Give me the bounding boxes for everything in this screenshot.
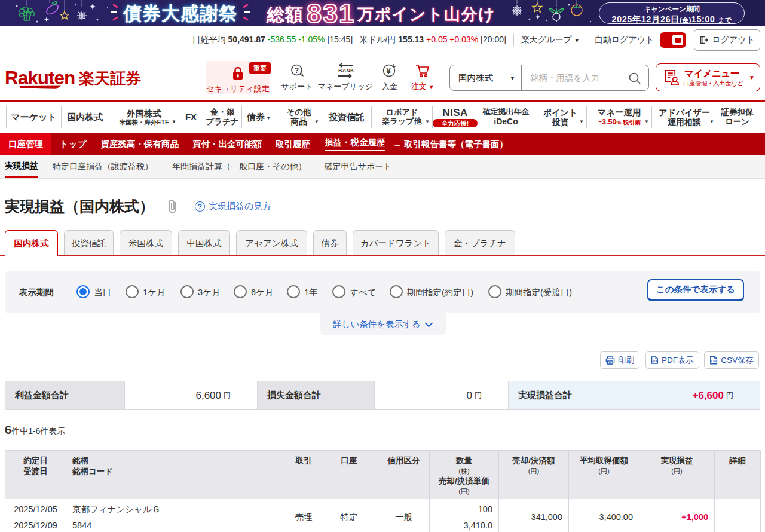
svg-text:?: ?	[294, 66, 299, 75]
svg-text:Rakuten: Rakuten	[5, 67, 75, 88]
svg-text:CSV: CSV	[711, 360, 717, 363]
svg-text:¥: ¥	[387, 66, 391, 75]
svg-text:PDF: PDF	[653, 360, 658, 363]
svg-text:BANK: BANK	[338, 68, 354, 74]
svg-text:楽天証券: 楽天証券	[78, 69, 141, 87]
